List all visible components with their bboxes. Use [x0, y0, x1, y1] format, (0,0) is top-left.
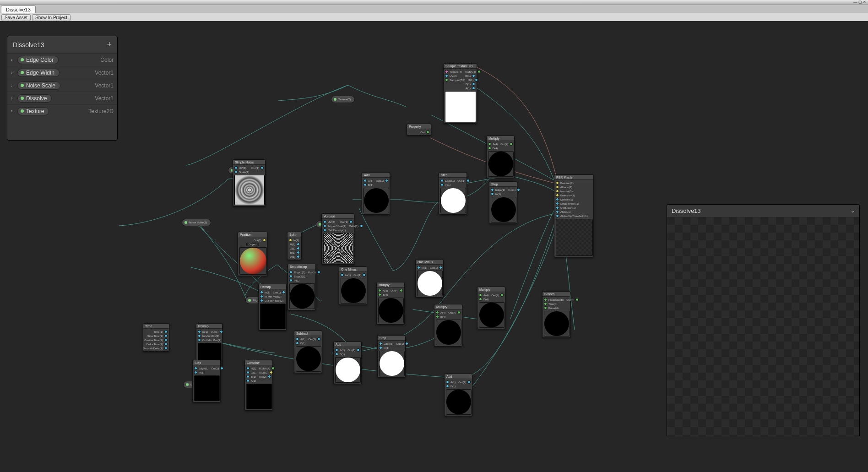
- node-position[interactable]: Position Out(3) Object: [238, 232, 268, 276]
- node-branch[interactable]: Branch Predicate(B)Out(4) True(4) False(…: [542, 291, 570, 338]
- toolbar: Save Asset Show In Project: [0, 13, 868, 22]
- node-smoothstep[interactable]: Smoothstep Edge1(1)Out(1) Edge2(1) In(1): [288, 264, 316, 310]
- main-preview-checker: [667, 217, 859, 437]
- property-type: Vector1: [95, 82, 114, 89]
- node-one-minus-b[interactable]: One Minus In(1)Out(1): [415, 259, 444, 298]
- node-step-c[interactable]: Step Edge(1)Out(1) In(1): [192, 360, 221, 402]
- property-name: Noise Scale: [26, 82, 55, 89]
- chevron-right-icon: ›: [11, 83, 16, 88]
- show-in-project-button[interactable]: Show In Project: [32, 14, 71, 21]
- save-asset-button[interactable]: Save Asset: [1, 14, 31, 21]
- node-time[interactable]: Time Time(1) Sine Time(1) Cosine Time(1)…: [143, 323, 169, 352]
- property-name: Edge Color: [26, 57, 54, 63]
- blackboard-panel[interactable]: Dissolve13 + ›Edge ColorColor›Edge Width…: [7, 36, 118, 141]
- window-titlebar: — ▢ ✕: [0, 0, 868, 5]
- node-step-b[interactable]: Step Edge(1)Out(1) In(1): [489, 181, 517, 224]
- property-pill[interactable]: Dissolve: [17, 94, 52, 103]
- property-node-texture[interactable]: Texture(T): [331, 96, 355, 103]
- blackboard-prop-dissolve[interactable]: ›DissolveVector1: [7, 92, 117, 104]
- node-multiply-a[interactable]: Multiply A(4)Out(4) B(4): [486, 136, 515, 178]
- property-name: Texture: [26, 108, 44, 114]
- property-pill[interactable]: Edge Width: [17, 69, 60, 77]
- node-add-b[interactable]: Add A(1)Out(1) B(1): [333, 342, 362, 384]
- property-name: Dissolve: [26, 95, 47, 102]
- blackboard-prop-edge-width[interactable]: ›Edge WidthVector1: [7, 66, 117, 79]
- node-one-minus-a[interactable]: One Minus In(1)Out(1): [339, 266, 367, 305]
- property-name: Edge Width: [26, 70, 54, 76]
- node-sample-texture-2d[interactable]: Sample Texture 2D Texture(T)RGBA(4) UV(2…: [443, 63, 477, 124]
- node-split[interactable]: Split In(3) R(1) G(1) B(1) A(1): [287, 232, 302, 260]
- blackboard-prop-edge-color[interactable]: ›Edge ColorColor: [7, 53, 117, 66]
- chevron-down-icon[interactable]: ⌄: [851, 208, 855, 214]
- property-node-noise-scale-b[interactable]: Noise Scale(1): [182, 219, 211, 226]
- chevron-right-icon: ›: [11, 70, 16, 75]
- tab-row: Dissolve13: [0, 5, 868, 13]
- node-add-c[interactable]: Add A(1)Out(1) B(1): [444, 374, 472, 416]
- node-subtract[interactable]: Subtract A(1)Out(1) B(1): [294, 331, 322, 373]
- blackboard-title: Dissolve13: [13, 41, 44, 49]
- preview-white-square: [445, 91, 476, 122]
- blackboard-prop-texture[interactable]: ›TextureTexture2D: [7, 104, 117, 117]
- property-type: Texture2D: [88, 108, 114, 114]
- node-pbr-master[interactable]: PBR Master Position(3) Albedo(3) Normal(…: [554, 174, 594, 257]
- node-remap-a[interactable]: Remap In(1)Out(1) In Min Max(2) Out Min …: [258, 284, 287, 331]
- window-controls[interactable]: — ▢ ✕: [854, 0, 866, 4]
- property-pill[interactable]: Noise Scale: [17, 81, 60, 90]
- tab-dissolve13[interactable]: Dissolve13: [1, 5, 36, 13]
- chevron-right-icon: ›: [11, 96, 16, 101]
- node-voronoi[interactable]: Voronoi UV(2)Out(1) Angle Offset(1)Cells…: [321, 213, 354, 265]
- main-preview-panel[interactable]: Dissolve13 ⌄: [667, 204, 860, 437]
- node-simple-noise[interactable]: Simple Noise UV(2)Out(1) Scale(1): [233, 159, 266, 206]
- property-type: Color: [100, 57, 114, 63]
- node-multiply-c[interactable]: Multiply A(4)Out(4) B(4): [434, 304, 462, 347]
- property-type: Vector1: [95, 95, 114, 102]
- node-multiply-b[interactable]: Multiply A(4)Out(4) B(4): [376, 282, 405, 325]
- node-step-d[interactable]: Step Edge(1)Out(1) In(1): [377, 335, 406, 378]
- property-pill[interactable]: Texture: [17, 107, 49, 115]
- node-property-wrapper[interactable]: Property Out: [407, 124, 431, 136]
- main-preview-title: Dissolve13: [672, 207, 701, 214]
- graph-canvas[interactable]: Dissolve13 + ›Edge ColorColor›Edge Width…: [0, 21, 868, 472]
- add-property-button[interactable]: +: [107, 40, 112, 49]
- node-multiply-d[interactable]: Multiply A(4)Out(4) B(4): [477, 287, 505, 329]
- node-combine[interactable]: Combine R(1)RGBA(4) G(1)RGB(3) B(1)RG(2)…: [244, 360, 273, 411]
- property-type: Vector1: [95, 70, 114, 76]
- chevron-right-icon: ›: [11, 57, 16, 62]
- node-add-a[interactable]: Add A(1)Out(1) B(1): [362, 172, 390, 215]
- node-step-a[interactable]: Step Edge(1)Out(1) In(1): [439, 172, 467, 215]
- property-pill[interactable]: Edge Color: [17, 56, 59, 64]
- blackboard-prop-noise-scale[interactable]: ›Noise ScaleVector1: [7, 79, 117, 92]
- chevron-right-icon: ›: [11, 109, 16, 114]
